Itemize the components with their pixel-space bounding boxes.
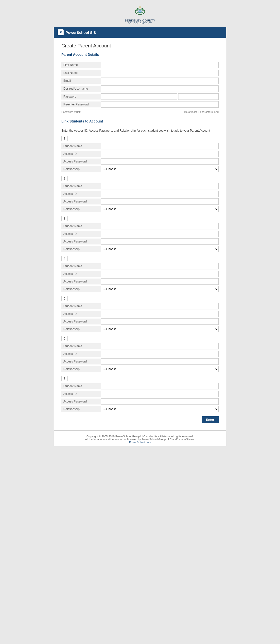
student-5-accessid-row: Access ID	[61, 311, 219, 317]
email-row: Email	[61, 78, 219, 84]
student-5-relationship-row: Relationship -- Choose Mother Father Ste…	[61, 326, 219, 332]
svg-line-6	[139, 6, 139, 6]
student-5-relationship-select[interactable]: -- Choose Mother Father Stepmother Stepf…	[101, 326, 219, 332]
student-5-name-input[interactable]	[101, 303, 219, 310]
student-7-accessid-row: Access ID	[61, 391, 219, 397]
student-block-7: 7 Student Name Access ID Access Password…	[61, 376, 219, 412]
student-2-relationship-row: Relationship -- Choose Mother Father Ste…	[61, 206, 219, 212]
app-name: PowerSchool SIS	[66, 30, 96, 34]
student-2-accesspw-input[interactable]	[101, 198, 219, 205]
student-6-name-label: Student Name	[61, 343, 101, 349]
student-5-name-label: Student Name	[61, 303, 101, 309]
student-6-relationship-label: Relationship	[61, 366, 101, 372]
reenter-password-row: Re-enter Password	[61, 101, 219, 108]
student-2-name-input[interactable]	[101, 183, 219, 190]
student-7-name-input[interactable]	[101, 383, 219, 390]
student-4-relationship-select[interactable]: -- Choose Mother Father Stepmother Stepf…	[101, 286, 219, 292]
footer-copyright: Copyright © 2005-2019 PowerSchool Group …	[56, 435, 224, 438]
student-1-relationship-select[interactable]: -- Choose Mother Father Stepmother Stepf…	[101, 166, 219, 172]
student-5-accesspw-label: Access Password	[61, 318, 101, 324]
student-5-accesspw-row: Access Password	[61, 318, 219, 325]
student-4-accesspw-label: Access Password	[61, 278, 101, 284]
student-6-accessid-label: Access ID	[61, 351, 101, 357]
email-input[interactable]	[101, 78, 219, 84]
student-1-accesspw-row: Access Password	[61, 158, 219, 165]
last-name-label: Last Name	[61, 70, 101, 76]
student-4-relationship-row: Relationship -- Choose Mother Father Ste…	[61, 286, 219, 292]
student-3-accesspw-label: Access Password	[61, 238, 101, 244]
password-label: Password	[61, 94, 101, 100]
student-1-accessid-label: Access ID	[61, 151, 101, 157]
student-1-accessid-input[interactable]	[101, 151, 219, 157]
student-block-5: 5 Student Name Access ID Access Password…	[61, 296, 219, 332]
parent-account-section-title: Parent Account Details	[61, 52, 219, 58]
username-input[interactable]	[101, 86, 219, 92]
student-6-relationship-select[interactable]: -- Choose Mother Father Stepmother Stepf…	[101, 366, 219, 372]
student-7-name-row: Student Name	[61, 383, 219, 390]
student-block-2: 2 Student Name Access ID Access Password…	[61, 176, 219, 212]
student-3-accessid-row: Access ID	[61, 231, 219, 237]
student-2-relationship-select[interactable]: -- Choose Mother Father Stepmother Stepf…	[101, 206, 219, 212]
student-4-name-input[interactable]	[101, 263, 219, 270]
enter-btn-row: Enter	[61, 416, 219, 423]
student-5-accesspw-input[interactable]	[101, 318, 219, 325]
student-7-accesspw-input[interactable]	[101, 398, 219, 405]
student-3-accessid-label: Access ID	[61, 231, 101, 237]
student-1-name-input[interactable]	[101, 143, 219, 150]
student-block-3: 3 Student Name Access ID Access Password…	[61, 216, 219, 252]
student-7-relationship-select[interactable]: -- Choose Mother Father Stepmother Stepf…	[101, 406, 219, 412]
first-name-input[interactable]	[101, 62, 219, 68]
first-name-row: First Name	[61, 62, 219, 68]
student-1-accesspw-input[interactable]	[101, 158, 219, 165]
student-4-accessid-row: Access ID	[61, 271, 219, 277]
student-3-name-label: Student Name	[61, 223, 101, 229]
student-7-accesspw-label: Access Password	[61, 398, 101, 404]
password-input[interactable]	[101, 93, 177, 100]
student-5-accessid-label: Access ID	[61, 311, 101, 317]
student-2-accessid-input[interactable]	[101, 191, 219, 197]
student-3-accessid-input[interactable]	[101, 231, 219, 237]
student-2-accessid-label: Access ID	[61, 191, 101, 197]
svg-line-7	[139, 8, 139, 8]
student-2-accesspw-label: Access Password	[61, 198, 101, 204]
student-4-accessid-input[interactable]	[101, 271, 219, 277]
student-6-accesspw-input[interactable]	[101, 358, 219, 365]
logo-area: BERKELEY COUNTY SCHOOL DISTRICT	[54, 0, 226, 27]
student-6-accessid-input[interactable]	[101, 351, 219, 357]
school-name: BERKELEY COUNTY	[54, 19, 226, 22]
reenter-password-input[interactable]	[101, 101, 219, 108]
student-number-6: 6	[61, 336, 68, 341]
student-5-accessid-input[interactable]	[101, 311, 219, 317]
footer-trademark: All trademarks are either owned or licen…	[56, 438, 224, 441]
main-card: Create Parent Account Parent Account Det…	[54, 38, 226, 431]
student-3-relationship-select[interactable]: -- Choose Mother Father Stepmother Stepf…	[101, 246, 219, 252]
student-2-name-row: Student Name	[61, 183, 219, 190]
link-section-title: Link Students to Account	[61, 119, 219, 125]
student-block-1: 1 Student Name Access ID Access Password…	[61, 136, 219, 172]
student-3-accesspw-input[interactable]	[101, 238, 219, 245]
student-7-accessid-input[interactable]	[101, 391, 219, 397]
student-2-accesspw-row: Access Password	[61, 198, 219, 205]
last-name-row: Last Name	[61, 70, 219, 76]
student-2-relationship-label: Relationship	[61, 206, 101, 212]
student-block-6: 6 Student Name Access ID Access Password…	[61, 336, 219, 372]
student-5-relationship-label: Relationship	[61, 326, 101, 332]
student-6-accesspw-label: Access Password	[61, 358, 101, 364]
footer-link[interactable]: PowerSchool.com	[129, 441, 151, 444]
last-name-input[interactable]	[101, 70, 219, 76]
password-confirm-input[interactable]	[178, 93, 219, 100]
reenter-password-label: Re-enter Password	[61, 102, 101, 108]
student-6-name-input[interactable]	[101, 343, 219, 350]
student-3-name-input[interactable]	[101, 223, 219, 230]
student-number-1: 1	[61, 136, 68, 141]
student-number-4: 4	[61, 256, 68, 261]
student-1-name-label: Student Name	[61, 143, 101, 149]
school-sub: SCHOOL DISTRICT	[54, 22, 226, 24]
student-4-name-row: Student Name	[61, 263, 219, 270]
student-number-5: 5	[61, 296, 68, 301]
student-4-accesspw-row: Access Password	[61, 278, 219, 285]
student-4-accesspw-input[interactable]	[101, 278, 219, 285]
svg-line-4	[141, 6, 141, 6]
student-3-relationship-label: Relationship	[61, 246, 101, 252]
enter-button[interactable]: Enter	[202, 416, 219, 423]
